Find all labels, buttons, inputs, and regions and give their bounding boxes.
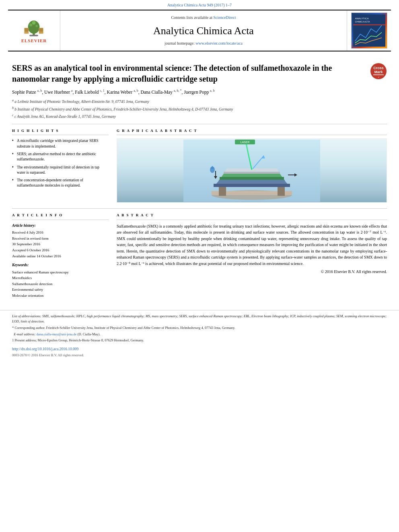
history-revised-label: Received in revised form	[12, 236, 109, 241]
svg-point-4	[36, 25, 38, 27]
keywords-label: Keywords:	[12, 263, 109, 268]
highlight-item-3: The environmentally required limit of de…	[12, 165, 109, 176]
svg-rect-12	[39, 30, 43, 30]
svg-marker-31	[220, 177, 284, 180]
svg-marker-33	[224, 172, 280, 174]
history-received: Received 4 July 2016	[12, 230, 109, 235]
crossmark-logo[interactable]: Cross Mark ✓	[370, 63, 387, 81]
corresponding-footnote: * Corresponding author. Friedrich-Schill…	[12, 325, 387, 331]
svg-text:LASER: LASER	[241, 141, 250, 144]
homepage-link[interactable]: www.elsevier.com/locate/aca	[195, 41, 243, 45]
svg-text:Mark: Mark	[374, 70, 383, 74]
svg-rect-13	[39, 31, 43, 31]
doi-link[interactable]: http://dx.doi.org/10.1016/j.aca.2016.10.…	[0, 344, 399, 353]
highlights-list: A microfluidic cartridge with integrated…	[12, 138, 109, 188]
keyword-5: Molecular orientation	[12, 293, 109, 298]
copyright: © 2016 Elsevier B.V. All rights reserved…	[117, 269, 387, 275]
issn-text: 0003-2670/© 2016 Elsevier B.V. All right…	[0, 353, 399, 360]
keyword-1: Surface enhanced Raman spectroscopy	[12, 270, 109, 275]
keyword-3: Sulfamethoxazole detection	[12, 281, 109, 287]
svg-rect-11	[39, 29, 43, 29]
svg-text:CHIMICA ACTA: CHIMICA ACTA	[355, 21, 370, 23]
svg-rect-7	[25, 29, 29, 29]
journal-cover-image: ANALYTICA CHIMICA ACTA	[351, 12, 387, 49]
abbreviations-footnote: List of abbreviations: SMX, sulfamethoxa…	[12, 314, 387, 324]
highlight-item-2: SERS; an alternative method to detect th…	[12, 152, 109, 162]
sciencedirect-line: Contents lists available at ScienceDirec…	[171, 15, 236, 21]
svg-point-3	[30, 24, 33, 27]
elsevier-logo-section: ELSEVIER	[8, 10, 60, 51]
graphical-abstract-image: LASER	[117, 138, 387, 203]
history-online: Available online 14 October 2016	[12, 254, 109, 259]
affiliation-c: c c Analytik Jena AG, Konrad-Zuse-Straße…	[12, 113, 387, 119]
highlights-heading: H I G H L I G H T S	[12, 128, 109, 136]
affiliation-b: b b Institute of Physical Chemistry and …	[12, 106, 387, 112]
svg-rect-8	[25, 30, 29, 30]
history-accepted: Accepted 6 October 2016	[12, 248, 109, 253]
elsevier-text: ELSEVIER	[21, 38, 47, 44]
article-title: SERS as an analytical tool in environmen…	[12, 63, 366, 84]
journal-name: Analytica Chimica Acta	[153, 24, 254, 38]
abstract-heading: A B S T R A C T	[117, 213, 387, 220]
history-revised-date: 30 September 2016	[12, 242, 109, 247]
keyword-4: Environmental safety	[12, 287, 109, 292]
journal-homepage: journal homepage: www.elsevier.com/locat…	[165, 41, 243, 46]
authors: Sophie Patze a, b, Uwe Huebner a, Falk L…	[12, 88, 387, 96]
email-footnote: E-mail address: dana.cialla-may@uni-jena…	[12, 332, 387, 337]
svg-text:Cross: Cross	[373, 66, 384, 70]
journal-citation: Analytica Chimica Acta 949 (2017) 1–7	[0, 0, 399, 10]
keyword-2: Microfluidics	[12, 275, 109, 281]
svg-marker-29	[214, 184, 290, 187]
svg-rect-2	[30, 35, 39, 37]
highlight-item-4: The concentration-dependent orientation …	[12, 178, 109, 189]
abstract-text: Sulfamethoxazole (SMX) is a commonly app…	[117, 223, 387, 267]
journal-cover: ANALYTICA CHIMICA ACTA	[347, 10, 391, 51]
affiliation-a: a a Leibniz Institute of Photonic Techno…	[12, 98, 387, 105]
svg-point-5	[32, 21, 36, 25]
svg-text:✓: ✓	[378, 76, 380, 78]
highlight-item-1: A microfluidic cartridge with integrated…	[12, 138, 109, 149]
journal-header-center: Contents lists available at ScienceDirec…	[60, 10, 347, 51]
email-link[interactable]: dana.cialla-may@uni-jena.de	[37, 332, 77, 336]
article-info-heading: A R T I C L E I N F O	[12, 213, 109, 220]
svg-rect-9	[25, 31, 29, 31]
svg-rect-17	[353, 25, 385, 25]
present-address-footnote: 1 Present address; Micro-Epsilon Group, …	[12, 338, 387, 343]
history-label: Article history:	[12, 223, 109, 228]
sciencedirect-link[interactable]: ScienceDirect	[213, 15, 236, 20]
svg-text:ANALYTICA: ANALYTICA	[355, 17, 369, 20]
graphical-abstract-heading: G R A P H I C A L A B S T R A C T	[117, 128, 387, 136]
